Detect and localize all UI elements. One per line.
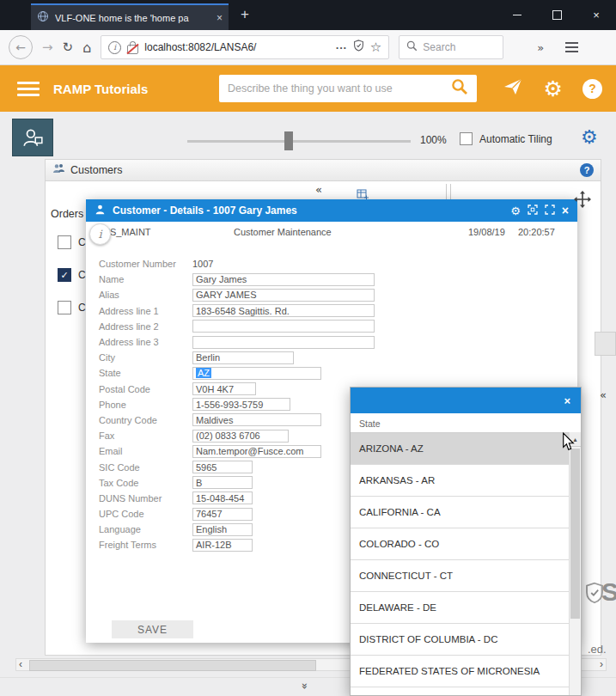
page-actions-icon[interactable]: ··· — [336, 41, 347, 54]
maximize-panel-icon[interactable] — [545, 203, 555, 218]
maximize-button[interactable] — [537, 0, 576, 30]
bookmark-star-icon[interactable]: ☆ — [370, 40, 381, 55]
site-info-icon[interactable]: i — [108, 41, 121, 54]
tab-close-icon[interactable]: × — [217, 12, 223, 24]
panel-help-icon[interactable]: ? — [580, 163, 594, 177]
move-panel-icon[interactable] — [574, 191, 591, 211]
search-icon — [406, 40, 418, 55]
field-input-state[interactable]: AZ — [192, 367, 321, 380]
send-plane-icon[interactable] — [502, 76, 524, 101]
field-input-address-line-3[interactable] — [192, 336, 375, 349]
checkbox-label: C — [78, 302, 86, 314]
field-input-sic-code[interactable]: 5965 — [192, 461, 253, 473]
modal-field-row: EmailNam.tempor@Fusce.com — [99, 443, 375, 459]
toolbar-overflow-icon[interactable]: » — [537, 41, 544, 54]
save-button[interactable]: SAVE — [112, 620, 193, 638]
field-input-city[interactable]: Berlin — [192, 351, 294, 364]
field-label: Phone — [99, 400, 192, 410]
field-input-postal-code[interactable]: V0H 4K7 — [192, 382, 256, 395]
customers-icon — [52, 162, 64, 178]
back-button[interactable]: ← — [9, 35, 33, 59]
field-input-name[interactable]: Gary James — [192, 273, 375, 286]
state-option[interactable]: DISTRICT OF COLUMBIA - DC — [351, 624, 569, 656]
modal-field-row: Phone1-556-993-5759 — [99, 397, 375, 412]
field-input-upc-code[interactable]: 76457 — [192, 508, 253, 521]
order-filter-row: C — [58, 235, 86, 249]
user-panel-button[interactable] — [12, 119, 53, 156]
app-header: RAMP Tutorials Describe the thing you wa… — [0, 65, 616, 112]
app-search-input[interactable]: Describe the thing you want to use — [219, 75, 477, 102]
expand-chevrons-icon[interactable]: « — [600, 388, 607, 401]
splitter-handle[interactable] — [595, 332, 616, 356]
modal-field-row: Tax CodeB — [99, 475, 375, 491]
scroll-right-icon[interactable]: › — [600, 659, 603, 670]
state-option[interactable]: CALIFORNIA - CA — [351, 497, 569, 528]
field-input-email[interactable]: Nam.tempor@Fusce.com — [192, 445, 321, 458]
modal-field-row: Address line 1183-6548 Sagittis. Rd. — [99, 303, 375, 319]
url-bar[interactable]: i localhost:8082/LANSA6/ ··· ☆ — [101, 35, 389, 59]
app-menu-icon[interactable] — [17, 82, 40, 96]
browser-tab[interactable]: VLF-ONE home is the 'home pa × — [31, 3, 229, 30]
field-input-address-line-2[interactable] — [192, 320, 375, 333]
state-option[interactable]: FEDERATED STATES OF MICRONESIA — [351, 656, 569, 687]
shield-check-icon[interactable] — [353, 40, 364, 55]
collapse-chevrons-icon[interactable]: « — [315, 183, 322, 196]
field-input-address-line-1[interactable]: 183-6548 Sagittis. Rd. — [192, 304, 375, 317]
orders-label: Orders — [51, 208, 83, 220]
state-option[interactable]: DELAWARE - DE — [351, 592, 569, 624]
home-button[interactable]: ⌂ — [82, 40, 91, 56]
modal-close-icon[interactable]: × — [562, 204, 569, 217]
field-input-language[interactable]: English — [192, 523, 253, 536]
field-input-alias[interactable]: GARY JAMES — [192, 289, 375, 302]
field-input-fax[interactable]: (02) 0833 6706 — [192, 430, 289, 443]
modal-titlebar[interactable]: Customer - Details - 1007 Gary James ⚙ × — [86, 199, 577, 222]
blocked-content-icon[interactable] — [127, 45, 138, 54]
field-input-tax-code[interactable]: B — [192, 476, 253, 489]
browser-search-field[interactable]: Search — [399, 35, 503, 59]
workspace-settings-gear-icon[interactable]: ⚙ — [581, 128, 598, 147]
modal-field-row: NameGary James — [99, 272, 375, 287]
close-window-button[interactable]: × — [576, 0, 616, 30]
state-option[interactable]: COLORADO - CO — [351, 528, 569, 560]
zoom-slider-track[interactable] — [187, 140, 411, 143]
checkbox[interactable]: ✓ — [58, 268, 71, 282]
state-option-list: ARIZONA - AZARKANSAS - ARCALIFORNIA - CA… — [351, 432, 569, 695]
info-badge-icon[interactable]: i — [89, 223, 111, 245]
modal-settings-gear-icon[interactable]: ⚙ — [510, 205, 521, 217]
tile-layout-icon[interactable] — [528, 203, 538, 218]
modal-field-row: AliasGARY JAMES — [99, 287, 375, 302]
forward-button[interactable]: → — [42, 40, 53, 55]
scrollbar-thumb[interactable] — [29, 660, 316, 671]
reload-button[interactable]: ↻ — [63, 40, 74, 55]
state-option[interactable]: CONNECTICUT - CT — [351, 560, 569, 592]
zoom-slider-handle[interactable] — [284, 131, 293, 150]
modal-field-row: Postal CodeV0H 4K7 — [99, 382, 375, 397]
dropdown-close-icon[interactable]: × — [564, 394, 570, 407]
minimize-button[interactable] — [497, 0, 537, 30]
field-input-phone[interactable]: 1-556-993-5759 — [192, 398, 290, 411]
settings-gear-icon[interactable]: ⚙ — [544, 78, 563, 100]
field-input-country-code[interactable]: Maldives — [192, 413, 321, 426]
zoom-value: 100% — [420, 134, 447, 146]
scrollbar-thumb[interactable] — [570, 449, 580, 619]
dropdown-scrollbar[interactable]: ▲ — [569, 432, 581, 695]
state-option[interactable]: ARKANSAS - AR — [351, 465, 569, 497]
help-icon[interactable]: ? — [582, 79, 602, 99]
globe-icon — [37, 10, 49, 26]
field-input-freight-terms[interactable]: AIR-12B — [192, 539, 253, 552]
browser-menu-icon[interactable] — [565, 42, 578, 52]
search-icon[interactable] — [451, 78, 468, 99]
checkbox[interactable] — [58, 235, 71, 249]
field-input-duns-number[interactable]: 15-048-454 — [192, 491, 253, 504]
program-description: Customer Maintenance — [234, 227, 332, 237]
scroll-left-icon[interactable]: ‹ — [19, 659, 22, 670]
modal-field-row: Address line 2 — [99, 319, 375, 334]
search-placeholder: Search — [423, 41, 455, 53]
new-tab-button[interactable]: + — [241, 7, 249, 21]
state-option[interactable]: ARIZONA - AZ — [351, 433, 569, 465]
screen-time: 20:20:57 — [518, 227, 555, 237]
modal-field-row: SIC Code5965 — [99, 459, 375, 474]
collapse-down-chevrons-icon[interactable]: « — [297, 683, 310, 690]
automatic-tiling-checkbox[interactable] — [460, 132, 473, 145]
checkbox[interactable] — [58, 301, 71, 314]
